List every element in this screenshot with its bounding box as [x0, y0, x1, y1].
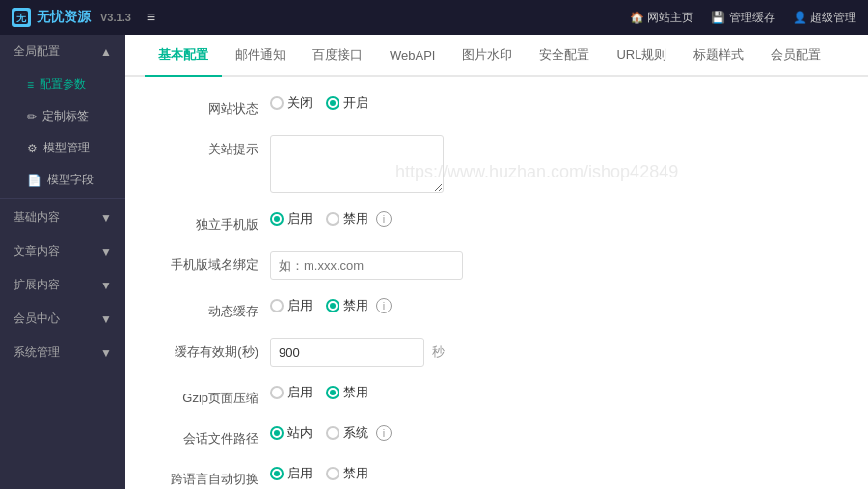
radio-label-mobile-enable: 启用 [287, 210, 312, 228]
tab-member-config[interactable]: 会员配置 [757, 35, 834, 77]
radio-circle-session-local [270, 426, 284, 440]
radio-mobile-disable[interactable]: 禁用 [326, 210, 368, 228]
sidebar-label-extended-content: 扩展内容 [14, 277, 60, 293]
radio-circle-lang-enable [270, 467, 284, 480]
radio-circle-gzip-disable [326, 386, 339, 399]
control-mobile: 启用 禁用 i [270, 210, 839, 228]
radio-gzip-enable[interactable]: 启用 [270, 384, 312, 401]
sidebar-label-system-mgmt: 系统管理 [14, 344, 60, 361]
radio-lang-enable[interactable]: 启用 [270, 465, 312, 482]
sidebar-divider-1 [0, 198, 125, 199]
sidebar-label-config-params: 配置参数 [40, 76, 86, 93]
radio-group-dynamic-cache: 启用 禁用 [270, 297, 368, 314]
tab-email-notify[interactable]: 邮件通知 [222, 35, 299, 77]
sidebar-label-member-center: 会员中心 [14, 311, 60, 327]
radio-label-cache-disable: 禁用 [343, 297, 368, 314]
tab-image-watermark[interactable]: 图片水印 [448, 35, 526, 77]
tab-security-config[interactable]: 安全配置 [526, 35, 603, 77]
label-cache-expire: 缓存有效期(秒) [154, 338, 270, 361]
radio-label-close: 关闭 [287, 95, 312, 112]
info-icon-session[interactable]: i [376, 425, 392, 441]
label-close-hint: 关站提示 [154, 135, 270, 158]
tab-baidu-api[interactable]: 百度接口 [299, 35, 376, 77]
radio-label-mobile-disable: 禁用 [343, 210, 368, 228]
sidebar-item-extended-content[interactable]: 扩展内容 ▼ [0, 268, 125, 302]
tab-url-rules[interactable]: URL规则 [603, 35, 680, 77]
radio-group-gzip: 启用 禁用 [270, 384, 368, 401]
label-lang-switch: 跨语言自动切换 [154, 465, 270, 488]
sidebar-item-config-params[interactable]: ≡ 配置参数 [0, 68, 125, 100]
radio-group-session-path: 站内 系统 [270, 424, 368, 442]
info-icon-mobile[interactable]: i [376, 211, 392, 227]
label-site-status: 网站状态 [154, 95, 270, 118]
sidebar-label-global: 全局配置 [14, 43, 60, 60]
control-site-status: 关闭 开启 [270, 95, 839, 112]
main-layout: 全局配置 ▲ ≡ 配置参数 ✏ 定制标签 ⚙ 模型管理 📄 模型字段 基础内容 [0, 35, 868, 489]
sidebar-item-article-content[interactable]: 文章内容 ▼ [0, 234, 125, 268]
radio-label-gzip-enable: 启用 [287, 384, 312, 401]
custom-tags-icon: ✏ [27, 110, 37, 123]
radio-circle-mobile-disable [326, 212, 339, 226]
sidebar-item-model-mgmt[interactable]: ⚙ 模型管理 [0, 132, 125, 164]
label-mobile-domain: 手机版域名绑定 [154, 251, 270, 274]
radio-circle-cache-disable [326, 299, 339, 312]
form-row-mobile-domain: 手机版域名绑定 [154, 251, 839, 280]
radio-circle-open [326, 96, 339, 110]
radio-label-lang-disable: 禁用 [343, 465, 368, 482]
label-gzip: Gzip页面压缩 [154, 384, 270, 407]
sidebar-label-article-content: 文章内容 [14, 243, 60, 259]
form-area: https://www.huzhan.com/ishop42849 网站状态 关… [125, 77, 868, 489]
menu-toggle-icon[interactable]: ≡ [147, 9, 155, 26]
radio-label-cache-enable: 启用 [287, 297, 312, 314]
logo-text: 无忧资源 [37, 9, 91, 26]
radio-circle-session-system [326, 426, 339, 440]
model-fields-icon: 📄 [27, 174, 41, 187]
radio-site-open[interactable]: 开启 [326, 95, 368, 112]
sidebar-item-model-fields[interactable]: 📄 模型字段 [0, 164, 125, 196]
radio-label-session-local: 站内 [287, 424, 312, 442]
input-cache-expire[interactable] [270, 338, 424, 367]
control-cache-expire: 秒 [270, 338, 839, 367]
topbar-nav: 🏠 网站主页 💾 管理缓存 👤 超级管理 [630, 10, 856, 26]
radio-circle-close [270, 96, 284, 110]
radio-group-lang-switch: 启用 禁用 [270, 465, 368, 482]
tab-basic-config[interactable]: 基本配置 [145, 35, 222, 77]
radio-circle-lang-disable [326, 467, 339, 480]
radio-session-system[interactable]: 系统 [326, 424, 368, 442]
sidebar-item-basic-content[interactable]: 基础内容 ▼ [0, 201, 125, 234]
app-container: 无 无忧资源 V3.1.3 ≡ 🏠 网站主页 💾 管理缓存 👤 超级管理 全局配… [0, 0, 868, 489]
tab-webapi[interactable]: WebAPI [376, 37, 448, 76]
radio-session-local[interactable]: 站内 [270, 424, 312, 442]
tab-title-style[interactable]: 标题样式 [680, 35, 757, 77]
radio-label-lang-enable: 启用 [287, 465, 312, 482]
version-label: V3.1.3 [100, 12, 131, 23]
cache-expire-unit: 秒 [432, 343, 445, 361]
sidebar-item-custom-tags[interactable]: ✏ 定制标签 [0, 100, 125, 132]
radio-lang-disable[interactable]: 禁用 [326, 465, 368, 482]
model-mgmt-icon: ⚙ [27, 142, 38, 155]
radio-label-gzip-disable: 禁用 [343, 384, 368, 401]
radio-cache-enable[interactable]: 启用 [270, 297, 312, 314]
form-row-close-hint: 关站提示 [154, 135, 839, 193]
nav-admin[interactable]: 👤 超级管理 [793, 10, 856, 26]
form-row-lang-switch: 跨语言自动切换 启用 禁用 [154, 465, 839, 488]
radio-gzip-disable[interactable]: 禁用 [326, 384, 368, 401]
input-mobile-domain[interactable] [270, 251, 463, 280]
sidebar-item-global-config[interactable]: 全局配置 ▲ [0, 35, 125, 68]
nav-cache[interactable]: 💾 管理缓存 [711, 10, 774, 26]
radio-group-mobile: 启用 禁用 [270, 210, 368, 228]
sidebar-item-member-center[interactable]: 会员中心 ▼ [0, 302, 125, 336]
control-gzip: 启用 禁用 [270, 384, 839, 401]
form-row-cache-expire: 缓存有效期(秒) 秒 [154, 338, 839, 367]
textarea-close-hint[interactable] [270, 135, 444, 193]
form-row-mobile: 独立手机版 启用 禁用 i [154, 210, 839, 233]
control-lang-switch: 启用 禁用 [270, 465, 839, 482]
nav-home[interactable]: 🏠 网站主页 [630, 10, 693, 26]
form-row-dynamic-cache: 动态缓存 启用 禁用 i [154, 297, 839, 320]
tabs-bar: 基本配置 邮件通知 百度接口 WebAPI 图片水印 安全配置 URL规则 标题… [125, 35, 868, 77]
radio-mobile-enable[interactable]: 启用 [270, 210, 312, 228]
info-icon-cache[interactable]: i [376, 298, 392, 313]
radio-site-close[interactable]: 关闭 [270, 95, 312, 112]
sidebar-item-system-mgmt[interactable]: 系统管理 ▼ [0, 336, 125, 369]
radio-cache-disable[interactable]: 禁用 [326, 297, 368, 314]
